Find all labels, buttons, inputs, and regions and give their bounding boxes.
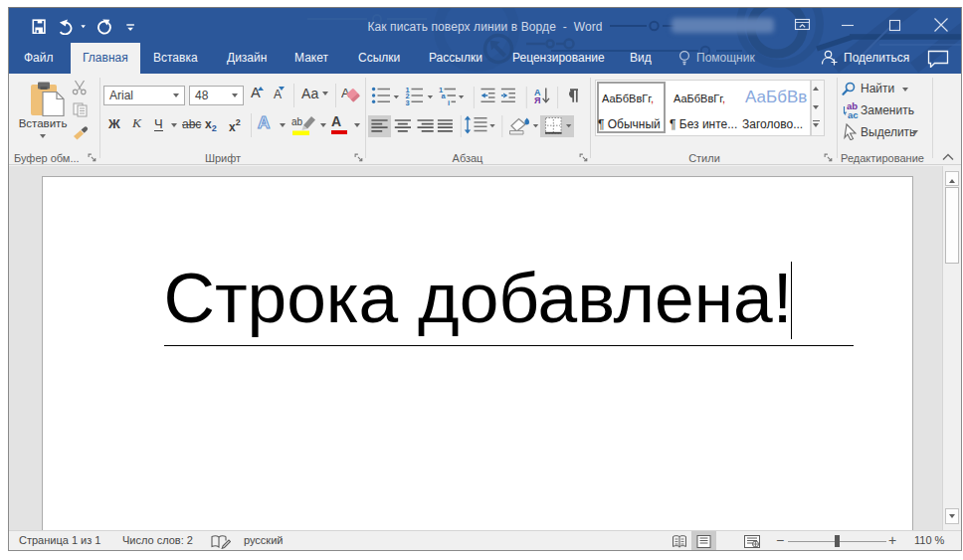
svg-text:а: а xyxy=(442,92,447,100)
svg-text:ab: ab xyxy=(291,116,303,127)
svg-text:3: 3 xyxy=(406,97,410,106)
svg-text:i: i xyxy=(448,97,450,106)
svg-text:ac: ac xyxy=(848,109,859,119)
svg-text:Я: Я xyxy=(534,95,540,105)
